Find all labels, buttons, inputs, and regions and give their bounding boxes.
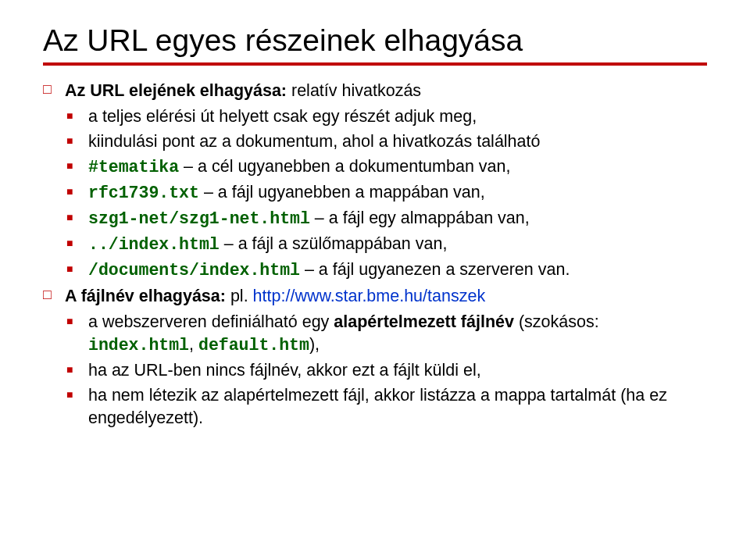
bullet-text: a webszerveren definiálható egy bbox=[88, 312, 334, 331]
bullet-l2: a webszerveren definiálható egy alapérte… bbox=[66, 311, 707, 357]
bullet-text: – a fájl egy almappában van, bbox=[310, 209, 530, 227]
bullet-text: ha nem létezik az alapértelmezett fájl, … bbox=[88, 386, 667, 427]
bullet-text: – a fájl ugyanebben a mappában van, bbox=[199, 183, 485, 202]
bullet-text: kiindulási pont az a dokumentum, ahol a … bbox=[88, 132, 540, 151]
code-text: index.html bbox=[88, 336, 189, 355]
bullet-text: (szokásos: bbox=[514, 312, 599, 331]
title-underline bbox=[43, 62, 707, 66]
bullet-l1: Az URL elejének elhagyása: relatív hivat… bbox=[43, 80, 707, 102]
code-text: szg1-net/szg1-net.html bbox=[88, 209, 310, 228]
code-text: default.htm bbox=[198, 336, 309, 355]
bullet-l2: rfc1739.txt – a fájl ugyanebben a mappáb… bbox=[66, 181, 707, 205]
bullet-text: , bbox=[189, 335, 198, 354]
bullet-text: A fájlnév elhagyása: bbox=[65, 287, 226, 305]
bullet-l2: szg1-net/szg1-net.html – a fájl egy alma… bbox=[66, 207, 707, 230]
bullet-l2: #tematika – a cél ugyanebben a dokumentu… bbox=[66, 155, 707, 179]
url-text: http://www.star.bme.hu/tanszek bbox=[253, 287, 486, 305]
bullet-l2: ha az URL-ben nincs fájlnév, akkor ezt a… bbox=[66, 359, 707, 382]
bullet-l1: A fájlnév elhagyása: pl. http://www.star… bbox=[43, 285, 707, 308]
bullet-l2: /documents/index.html – a fájl ugyanezen… bbox=[66, 259, 707, 282]
bullet-text: ha az URL-ben nincs fájlnév, akkor ezt a… bbox=[88, 361, 481, 380]
bullet-text: ), bbox=[309, 335, 320, 354]
bullet-l2: ha nem létezik az alapértelmezett fájl, … bbox=[66, 384, 707, 430]
bullet-text: pl. bbox=[226, 287, 253, 305]
bullet-text: alapértelmezett fájlnév bbox=[334, 312, 514, 331]
code-text: #tematika bbox=[88, 158, 179, 177]
bullet-text: – a fájl a szülőmappában van, bbox=[220, 234, 448, 253]
content-list: Az URL elejének elhagyása: relatív hivat… bbox=[43, 80, 707, 430]
bullet-text: relatív hivatkozás bbox=[287, 81, 421, 100]
slide-title: Az URL egyes részeinek elhagyása bbox=[43, 23, 707, 58]
code-text: /documents/index.html bbox=[88, 261, 300, 280]
code-text: ../index.html bbox=[88, 235, 220, 254]
bullet-l2: ../index.html – a fájl a szülőmappában v… bbox=[66, 233, 707, 256]
bullet-l2: a teljes elérési út helyett csak egy rés… bbox=[66, 105, 707, 128]
bullet-text: Az URL elejének elhagyása: bbox=[65, 81, 287, 100]
bullet-text: – a cél ugyanebben a dokumentumban van, bbox=[179, 157, 510, 176]
bullet-text: – a fájl ugyanezen a szerveren van. bbox=[300, 260, 570, 279]
bullet-text: a teljes elérési út helyett csak egy rés… bbox=[88, 107, 477, 126]
code-text: rfc1739.txt bbox=[88, 184, 199, 202]
bullet-l2: kiindulási pont az a dokumentum, ahol a … bbox=[66, 130, 707, 153]
